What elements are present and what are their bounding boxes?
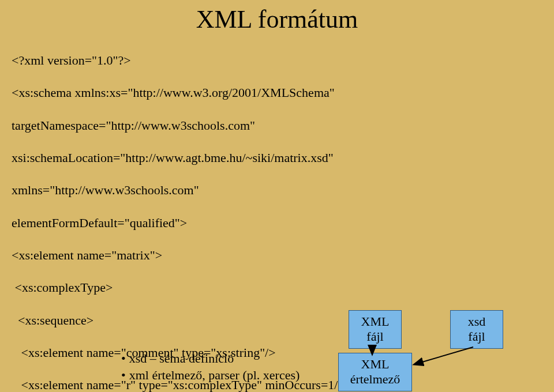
box-label: xsd	[455, 314, 498, 329]
box-label: XML	[354, 314, 396, 329]
code-line: elementFormDefault="qualified">	[12, 215, 554, 231]
xml-file-box: XML fájl	[349, 310, 402, 349]
bullet-item: xsd – séma definíció	[121, 350, 300, 367]
box-label: értelmező	[343, 372, 407, 387]
box-label: fájl	[455, 329, 498, 344]
bullet-list: xsd – séma definíció xml értelmező, pars…	[121, 350, 300, 383]
code-line: <xs:element name="matrix">	[12, 247, 554, 263]
code-line: <?xml version="1.0"?>	[12, 52, 554, 69]
page-title: XML formátum	[0, 5, 554, 34]
code-line: <xs:complexType>	[12, 280, 554, 296]
box-label: XML	[343, 357, 407, 372]
xsd-file-box: xsd fájl	[450, 310, 503, 349]
code-line: <xs:schema xmlns:xs="http://www.w3.org/2…	[12, 85, 554, 101]
xml-parser-box: XML értelmező	[338, 353, 412, 391]
code-line: xmlns="http://www.w3schools.com"	[12, 182, 554, 198]
box-label: fájl	[354, 329, 396, 344]
code-line: xsi:schemaLocation="http://www.agt.bme.h…	[12, 150, 554, 166]
bullet-item: xml értelmező, parser (pl. xerces)	[121, 367, 300, 384]
code-line: targetNamespace="http://www.w3schools.co…	[12, 118, 554, 134]
